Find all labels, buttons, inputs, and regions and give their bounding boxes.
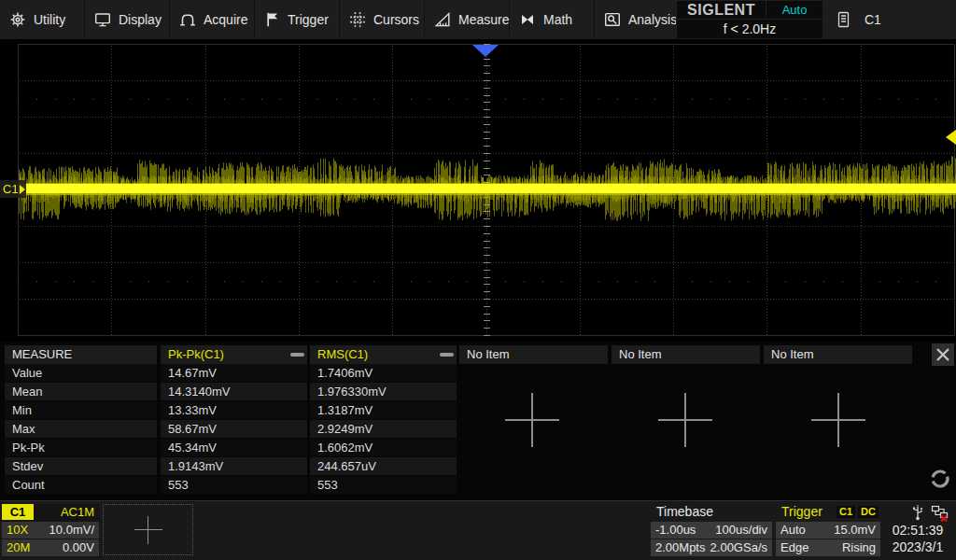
- menu-measure[interactable]: Measure: [425, 0, 510, 39]
- plus-icon: [134, 516, 162, 544]
- measure-value: 2.9249mV: [310, 420, 457, 438]
- menu-utility[interactable]: Utility: [0, 0, 85, 39]
- measure-value: 14.3140mV: [161, 383, 307, 400]
- measure-close-button[interactable]: [932, 343, 954, 366]
- menu-label: Analysis: [628, 12, 677, 27]
- channel1-status-box[interactable]: C1 AC1M 10X 10.0mV/ 20M 0.00V: [2, 504, 99, 557]
- trigger-type: Edge: [780, 539, 808, 556]
- gear-icon: [9, 11, 26, 28]
- remove-measure-1-button[interactable]: [290, 353, 304, 357]
- measure-row-label: Value: [5, 364, 157, 382]
- trigger-mode: Auto: [780, 522, 806, 539]
- measure-col-header-4[interactable]: No Item: [612, 345, 760, 364]
- menu-label: Cursors: [373, 12, 419, 27]
- channel-offset-marker[interactable]: C1: [0, 180, 26, 198]
- menu-label: Display: [119, 12, 162, 27]
- channel1-bandwidth: 20M: [7, 539, 30, 556]
- lan-icon[interactable]: [931, 505, 949, 522]
- rotate-icon: [929, 468, 951, 490]
- measure-value: 244.657uV: [310, 457, 457, 475]
- clock-time: 02:51:39: [887, 523, 949, 538]
- measure-row-label: Pk-Pk: [5, 439, 157, 456]
- menu-label: Trigger: [288, 12, 329, 27]
- add-channel-button[interactable]: [103, 504, 193, 555]
- measure-icon: [434, 11, 451, 28]
- channel1-probe: 10X: [7, 522, 28, 539]
- measure-corner-header: MEASURE: [5, 345, 157, 364]
- oscilloscope-screen: Utility Display Acquire Trigger Cursors …: [0, 0, 956, 560]
- timebase-points: 2.00Mpts: [655, 539, 705, 556]
- measure-value: 58.67mV: [161, 420, 307, 438]
- measure-value: 1.7406mV: [310, 364, 457, 382]
- add-measure-button-1[interactable]: [505, 393, 559, 447]
- channel1-scale: 10.0mV/: [49, 522, 94, 539]
- measure-col-header-3[interactable]: No Item: [459, 345, 608, 364]
- measure-value: 13.33mV: [161, 401, 307, 419]
- acquisition-status[interactable]: Auto: [766, 1, 822, 19]
- trigger-title: Trigger: [781, 504, 822, 520]
- measure-value: 45.34mV: [161, 439, 307, 456]
- timebase-box[interactable]: Timebase -1.00us 100us/div 2.00Mpts 2.00…: [651, 504, 772, 557]
- menu-label: Measure: [458, 12, 509, 27]
- trigger-position-marker[interactable]: [472, 45, 499, 57]
- menu-cursors[interactable]: Cursors: [340, 0, 425, 39]
- menu-analysis[interactable]: Analysis: [595, 0, 680, 39]
- measure-row-label: Min: [5, 401, 157, 419]
- status-bar: C1 AC1M 10X 10.0mV/ 20M 0.00V Timebase -…: [0, 501, 956, 560]
- trigger-level-marker[interactable]: [946, 130, 956, 145]
- add-measure-button-3[interactable]: [811, 393, 865, 447]
- channel1-coupling: AC1M: [61, 505, 94, 519]
- measure-col-header-5[interactable]: No Item: [764, 345, 912, 364]
- timebase-title: Timebase: [656, 504, 713, 520]
- measure-col-header-2[interactable]: RMS(C1): [310, 345, 457, 364]
- measure-value: 1.976330mV: [310, 383, 457, 400]
- header-channel-label: C1: [865, 12, 881, 27]
- menu-math[interactable]: Math: [510, 0, 595, 39]
- measure-value: 553: [161, 476, 307, 494]
- brand-logo: SIGLENT: [677, 1, 766, 19]
- menu-display[interactable]: Display: [85, 0, 170, 39]
- trigger-source-chip: C1: [836, 506, 855, 518]
- menu-trigger[interactable]: Trigger: [255, 0, 340, 39]
- acquire-icon: [179, 11, 196, 28]
- measure-row-label: Mean: [5, 383, 157, 400]
- measure-value: 553: [310, 476, 457, 494]
- trigger-box[interactable]: Trigger C1 DC Auto 15.0mV Edge Rising: [776, 504, 880, 557]
- channel-offset-arrow-icon: [20, 185, 25, 194]
- notes-icon: [837, 11, 850, 28]
- measure-col-header-1[interactable]: Pk-Pk(C1): [161, 345, 307, 364]
- menu-label: Utility: [34, 12, 65, 27]
- timebase-delay: -1.00us: [655, 522, 696, 539]
- measure-panel: MEASURE Pk-Pk(C1) RMS(C1) No Item No Ite…: [0, 342, 956, 501]
- menu-label: Acquire: [204, 12, 247, 27]
- timebase-samplerate: 2.00GSa/s: [710, 539, 767, 556]
- measure-row-label: Stdev: [5, 457, 157, 475]
- display-icon: [94, 11, 111, 28]
- analysis-icon: [604, 11, 621, 28]
- close-icon: [935, 347, 950, 362]
- panel-drag-widget[interactable]: [929, 468, 951, 494]
- measure-value: 14.67mV: [161, 364, 307, 382]
- measure-value: 1.3187mV: [310, 401, 457, 419]
- trigger-level: 15.0mV: [834, 522, 876, 539]
- trigger-coupling-chip: DC: [858, 506, 879, 518]
- measure-value: 1.6062mV: [310, 439, 457, 456]
- remove-measure-2-button[interactable]: [440, 353, 454, 357]
- menu-label: Math: [543, 12, 572, 27]
- timebase-scale: 100us/div: [715, 522, 767, 539]
- waveform-canvas: [0, 39, 956, 342]
- flag-icon: [264, 11, 280, 28]
- waveform-display[interactable]: C1: [0, 39, 956, 342]
- clock-date: 2023/3/1: [887, 539, 949, 554]
- header-channel-indicator[interactable]: C1: [834, 0, 956, 39]
- math-icon: [519, 11, 536, 28]
- trigger-frequency-readout: f < 2.0Hz: [677, 20, 822, 38]
- measure-value: 1.9143mV: [161, 457, 307, 475]
- menu-acquire[interactable]: Acquire: [170, 0, 255, 39]
- usb-icon[interactable]: [910, 505, 925, 521]
- measure-row-label: Count: [5, 476, 157, 494]
- cursors-icon: [349, 11, 366, 28]
- trigger-slope: Rising: [842, 539, 876, 556]
- channel1-offset: 0.00V: [63, 539, 94, 556]
- add-measure-button-2[interactable]: [658, 393, 712, 447]
